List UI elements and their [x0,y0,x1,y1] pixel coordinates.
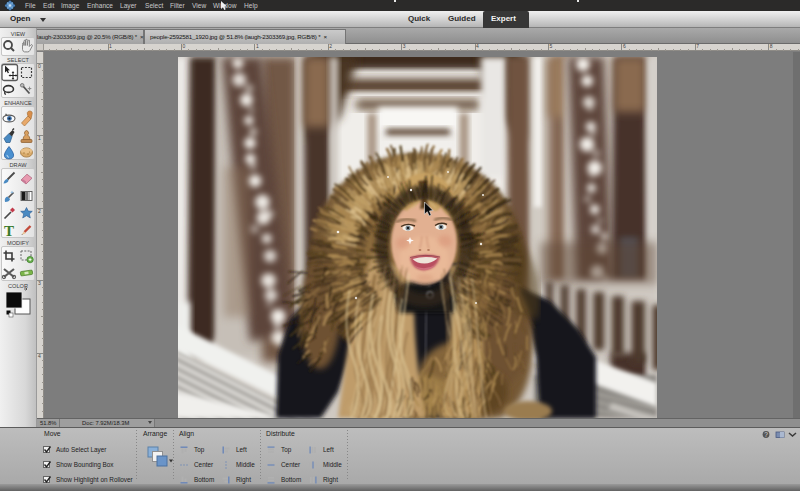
svg-text:?: ? [764,431,768,438]
svg-text:T: T [4,223,14,239]
